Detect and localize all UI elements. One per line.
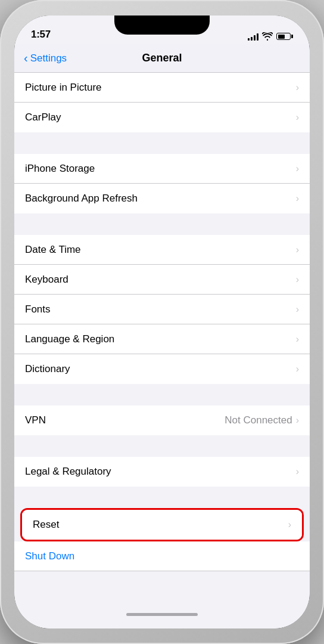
- page-title: General: [142, 52, 182, 64]
- item-label: Picture in Picture: [25, 82, 102, 94]
- item-right: ›: [296, 274, 299, 285]
- vpn-status: Not Connected: [225, 414, 292, 426]
- back-chevron-icon: ‹: [24, 51, 28, 65]
- list-item-iphone-storage[interactable]: iPhone Storage ›: [14, 154, 310, 184]
- battery-icon: [276, 33, 293, 40]
- chevron-right-icon: ›: [296, 304, 299, 315]
- section-spacer-2: [14, 213, 310, 235]
- chevron-right-icon: ›: [296, 415, 299, 426]
- section-group-4: VPN Not Connected ›: [14, 405, 310, 435]
- section-spacer-5: [14, 487, 310, 508]
- back-button[interactable]: ‹ Settings: [24, 52, 67, 65]
- bottom-spacer: [14, 571, 310, 600]
- item-right: ›: [296, 364, 299, 374]
- section-group-5: Legal & Regulatory ›: [14, 457, 310, 487]
- chevron-right-icon: ›: [296, 274, 299, 285]
- item-label: Keyboard: [25, 274, 68, 286]
- item-label: Reset: [33, 519, 59, 531]
- reset-highlight-border: Reset ›: [20, 508, 304, 541]
- item-right: ›: [296, 193, 299, 204]
- item-label: Fonts: [25, 304, 51, 315]
- section-group-1: Picture in Picture › CarPlay ›: [14, 73, 310, 132]
- item-label: VPN: [25, 414, 46, 426]
- item-label: CarPlay: [25, 112, 61, 123]
- chevron-right-icon: ›: [296, 364, 299, 374]
- item-right: ›: [296, 466, 299, 477]
- list-item-shut-down[interactable]: Shut Down: [14, 541, 310, 571]
- list-item-legal-regulatory[interactable]: Legal & Regulatory ›: [14, 457, 310, 487]
- chevron-right-icon: ›: [296, 163, 299, 174]
- nav-bar: ‹ Settings General: [14, 44, 310, 73]
- chevron-right-icon: ›: [296, 193, 299, 204]
- reset-section-wrapper: Reset ›: [14, 508, 310, 541]
- notch: [114, 16, 210, 35]
- list-item-carplay[interactable]: CarPlay ›: [14, 103, 310, 132]
- item-label: Background App Refresh: [25, 193, 138, 205]
- list-item-language-region[interactable]: Language & Region ›: [14, 324, 310, 354]
- signal-icon: [248, 32, 258, 41]
- list-item-fonts[interactable]: Fonts ›: [14, 295, 310, 324]
- item-right: ›: [288, 519, 291, 530]
- list-item-reset[interactable]: Reset ›: [22, 510, 302, 540]
- item-label: Dictionary: [25, 363, 70, 375]
- item-right: ›: [296, 334, 299, 345]
- shut-down-label: Shut Down: [25, 550, 74, 562]
- section-group-7: Shut Down: [14, 541, 310, 571]
- item-right: Not Connected ›: [225, 414, 299, 426]
- chevron-right-icon: ›: [296, 466, 299, 477]
- scroll-content: Picture in Picture › CarPlay ›: [14, 73, 310, 600]
- chevron-right-icon: ›: [296, 334, 299, 345]
- section-spacer-1: [14, 132, 310, 154]
- list-item-dictionary[interactable]: Dictionary ›: [14, 354, 310, 384]
- item-label: iPhone Storage: [25, 163, 95, 175]
- back-label: Settings: [30, 52, 67, 64]
- chevron-right-icon: ›: [296, 82, 299, 93]
- chevron-right-icon: ›: [296, 112, 299, 123]
- phone-frame: 1:57: [0, 0, 324, 644]
- list-item-vpn[interactable]: VPN Not Connected ›: [14, 405, 310, 435]
- list-item-keyboard[interactable]: Keyboard ›: [14, 265, 310, 295]
- section-group-3: Date & Time › Keyboard › Fonts: [14, 235, 310, 384]
- home-bar: [14, 600, 310, 628]
- item-label: Language & Region: [25, 333, 114, 345]
- home-bar-line: [126, 613, 198, 616]
- item-right: ›: [296, 304, 299, 315]
- status-time: 1:57: [31, 29, 51, 41]
- chevron-right-icon: ›: [288, 519, 291, 530]
- section-spacer-3: [14, 384, 310, 405]
- item-label: Date & Time: [25, 244, 81, 256]
- chevron-right-icon: ›: [296, 244, 299, 255]
- status-icons: [248, 32, 293, 41]
- item-right: ›: [296, 244, 299, 255]
- wifi-icon: [262, 32, 273, 41]
- item-label: Legal & Regulatory: [25, 466, 111, 478]
- item-right: ›: [296, 112, 299, 123]
- item-right: ›: [296, 163, 299, 174]
- section-spacer-4: [14, 435, 310, 457]
- screen: 1:57: [14, 16, 310, 628]
- section-group-2: iPhone Storage › Background App Refresh …: [14, 154, 310, 213]
- list-item-picture-in-picture[interactable]: Picture in Picture ›: [14, 73, 310, 103]
- list-item-date-time[interactable]: Date & Time ›: [14, 235, 310, 265]
- phone-inner: 1:57: [14, 16, 310, 628]
- item-right: ›: [296, 82, 299, 93]
- list-item-background-app-refresh[interactable]: Background App Refresh ›: [14, 184, 310, 213]
